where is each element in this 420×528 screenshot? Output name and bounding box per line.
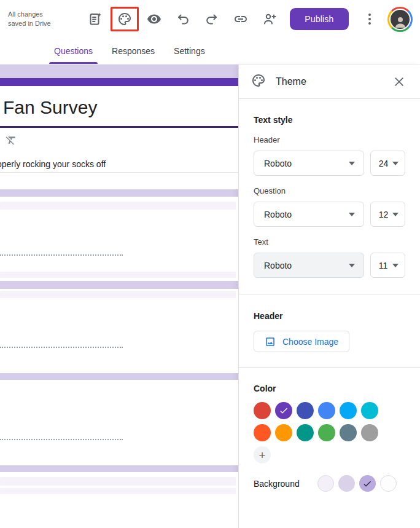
tab-responses[interactable]: Responses <box>107 38 160 64</box>
remove-formatting-button[interactable] <box>5 134 18 148</box>
undo-icon <box>176 12 190 26</box>
chevron-down-icon <box>392 162 399 165</box>
color-swatch-deep-orange[interactable] <box>254 424 271 441</box>
ghost-content-row <box>0 477 236 486</box>
document-sparkle-icon <box>88 12 103 26</box>
chevron-down-icon <box>392 213 399 216</box>
color-swatch-red[interactable] <box>254 402 271 419</box>
header-font-label: Header <box>254 135 405 144</box>
publish-button[interactable]: Publish <box>290 8 348 30</box>
header-size-select[interactable]: 24 <box>370 151 405 176</box>
color-swatch-grey[interactable] <box>361 424 378 441</box>
tab-bar: Questions Responses Settings <box>0 38 420 65</box>
account-avatar[interactable] <box>387 7 413 32</box>
color-swatch-light-blue[interactable] <box>340 402 357 419</box>
background-swatch-row <box>317 475 397 492</box>
form-header-card[interactable]: Fan Survey operly rocking your socks off <box>0 78 238 189</box>
background-label: Background <box>254 479 300 489</box>
question-font-select[interactable]: Roboto <box>254 202 364 227</box>
background-swatch-lightest-purple[interactable] <box>317 475 334 492</box>
text-style-section: Text style Header Roboto 24 Question Rob… <box>239 99 420 294</box>
close-panel-button[interactable] <box>392 74 406 89</box>
person-add-icon <box>262 12 277 26</box>
add-collaborator-button[interactable] <box>262 11 278 27</box>
form-title-underline <box>0 126 238 128</box>
theme-panel: Theme Text style Header Roboto 24 Questi… <box>238 65 420 528</box>
question-card[interactable] <box>0 380 238 465</box>
background-swatch-light-purple[interactable] <box>338 475 355 492</box>
color-swatch-grid <box>254 402 379 441</box>
description-divider <box>0 172 238 173</box>
preview-button[interactable] <box>146 11 162 27</box>
chevron-down-icon <box>392 264 399 267</box>
short-answer-placeholder-line <box>0 439 123 440</box>
chevron-down-icon <box>349 213 355 216</box>
form-header-color-strip <box>0 78 238 86</box>
choose-image-button[interactable]: Choose Image <box>254 331 349 352</box>
ghost-content-row <box>0 202 236 210</box>
background-swatch-medium-purple[interactable] <box>359 475 376 492</box>
color-section-heading: Color <box>254 384 405 393</box>
text-font-label: Text <box>254 237 405 246</box>
link-icon <box>233 12 248 26</box>
ghost-content-row <box>0 291 236 298</box>
undo-button[interactable] <box>175 11 191 27</box>
question-font-label: Question <box>254 186 405 195</box>
add-custom-color-button[interactable]: + <box>254 446 271 463</box>
form-title[interactable]: Fan Survey <box>0 86 238 120</box>
more-options-button[interactable] <box>362 11 378 27</box>
color-swatch-blue-grey[interactable] <box>340 424 357 441</box>
form-editor-area: Fan Survey operly rocking your socks off <box>0 65 238 528</box>
chevron-down-icon <box>349 162 355 165</box>
palette-icon <box>251 73 266 90</box>
theme-panel-header: Theme <box>239 65 420 98</box>
create-with-ai-button[interactable] <box>87 11 103 27</box>
redo-button[interactable] <box>204 11 220 27</box>
chevron-down-icon <box>349 264 355 267</box>
question-card[interactable] <box>0 197 238 281</box>
theme-panel-title: Theme <box>276 76 306 87</box>
color-section: Color + Background <box>239 368 420 492</box>
ghost-content-row <box>0 272 236 278</box>
ghost-content-row <box>0 488 236 494</box>
short-answer-placeholder-line <box>0 347 123 348</box>
question-card[interactable] <box>0 289 238 373</box>
redo-icon <box>204 12 219 26</box>
color-swatch-green[interactable] <box>318 424 335 441</box>
close-icon <box>393 76 405 88</box>
text-size-select[interactable]: 11 <box>370 253 405 278</box>
color-swatch-blue[interactable] <box>318 402 335 419</box>
kebab-menu-icon <box>362 12 377 26</box>
person-silhouette-icon <box>393 14 408 29</box>
tab-questions[interactable]: Questions <box>49 38 98 64</box>
color-swatch-cyan[interactable] <box>361 402 378 419</box>
toolbar-icons <box>87 11 278 27</box>
palette-icon <box>117 12 132 26</box>
text-font-select[interactable]: Roboto <box>254 253 364 278</box>
tab-settings[interactable]: Settings <box>169 38 210 64</box>
color-swatch-orange[interactable] <box>275 424 292 441</box>
customize-theme-button[interactable] <box>117 11 133 27</box>
background-swatch-white[interactable] <box>380 475 397 492</box>
background-row: Background <box>254 475 405 492</box>
short-answer-placeholder-line <box>0 254 123 256</box>
color-swatch-deep-purple[interactable] <box>275 402 292 419</box>
text-style-heading: Text style <box>254 115 405 125</box>
header-image-section: Header Choose Image <box>239 294 420 367</box>
save-status: All changes saved in Drive <box>8 10 64 28</box>
plus-icon: + <box>259 449 265 461</box>
eye-icon <box>147 12 161 26</box>
avatar-photo <box>389 9 411 30</box>
form-description[interactable]: operly rocking your socks off <box>0 159 238 169</box>
image-icon <box>265 336 276 347</box>
color-swatch-indigo[interactable] <box>297 402 314 419</box>
copy-link-button[interactable] <box>233 11 249 27</box>
question-card[interactable] <box>0 472 238 528</box>
format-clear-icon <box>5 134 17 146</box>
question-size-select[interactable]: 12 <box>370 202 405 227</box>
header-font-select[interactable]: Roboto <box>254 151 364 176</box>
color-swatch-teal[interactable] <box>297 424 314 441</box>
top-toolbar: All changes saved in Drive <box>0 0 420 38</box>
header-section-heading: Header <box>254 311 405 321</box>
annotation-highlight-box <box>111 7 139 31</box>
